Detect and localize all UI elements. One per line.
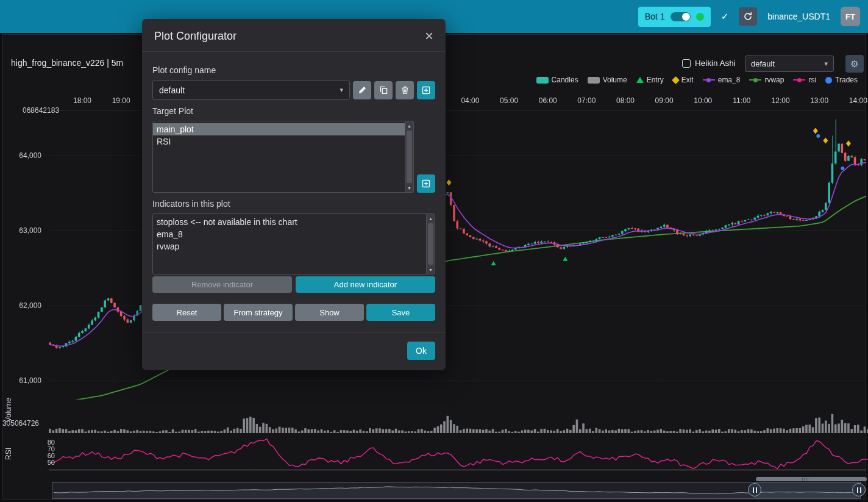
trades-legend-icon bbox=[825, 77, 832, 84]
legend-item-rvwap[interactable]: rvwap bbox=[749, 76, 784, 84]
rsi-pane-label: RSI bbox=[4, 448, 13, 460]
legend-label: ema_8 bbox=[718, 76, 741, 84]
list-item[interactable]: ema_8 bbox=[153, 228, 426, 240]
legend-item-entry[interactable]: Entry bbox=[636, 76, 664, 84]
y-axis-label: 63,000 bbox=[0, 226, 41, 235]
plus-square-icon bbox=[422, 179, 430, 188]
add-plot-button[interactable] bbox=[417, 174, 435, 193]
rsi-legend-icon bbox=[793, 77, 805, 84]
remove-indicator-button[interactable]: Remove indicator bbox=[152, 276, 292, 293]
y-axis-label: 61,000 bbox=[0, 376, 41, 385]
plot-configurator-gear-button[interactable]: ⚙ bbox=[845, 55, 864, 73]
legend-item-trades[interactable]: Trades bbox=[825, 76, 858, 84]
x-axis-label: 13:00 bbox=[810, 96, 828, 105]
add-new-indicator-button[interactable]: Add new indicator bbox=[296, 276, 435, 293]
datazoom-handle-left[interactable] bbox=[748, 483, 761, 497]
bot-toggle[interactable] bbox=[671, 12, 691, 21]
reset-button[interactable]: Reset bbox=[152, 304, 221, 321]
volume-pane-label: Volume bbox=[4, 398, 13, 422]
plot-config-name-value: default bbox=[159, 85, 185, 95]
pause-icon bbox=[857, 487, 858, 493]
x-axis-label: 19:00 bbox=[112, 96, 130, 105]
ft-logo[interactable]: FT bbox=[841, 7, 860, 26]
close-icon[interactable]: × bbox=[425, 29, 433, 43]
chart-legend: CandlesVolumeEntryExitema_8rvwaprsiTrade… bbox=[536, 76, 858, 84]
show-button[interactable]: Show bbox=[295, 304, 364, 321]
x-axis-label: 11:00 bbox=[733, 96, 750, 105]
scroll-up-icon[interactable]: ▲ bbox=[405, 121, 413, 130]
rsi-axis-label: 50 bbox=[37, 459, 55, 466]
candles-legend-icon bbox=[536, 77, 549, 84]
y-axis-label: 62,000 bbox=[0, 301, 41, 310]
add-config-button[interactable] bbox=[417, 81, 435, 99]
from-strategy-button[interactable]: From strategy bbox=[224, 304, 293, 321]
bot-selector[interactable]: Bot 1 bbox=[638, 7, 711, 27]
legend-label: Trades bbox=[835, 76, 858, 84]
chart-title: high_frog_binance_v226 | 5m bbox=[11, 58, 123, 68]
copy-icon bbox=[380, 86, 388, 94]
refresh-button[interactable] bbox=[739, 7, 757, 26]
pause-icon bbox=[860, 487, 861, 493]
pencil-icon bbox=[358, 86, 366, 94]
trash-icon bbox=[401, 86, 409, 94]
plot-configurator-modal: Plot Configurator × Plot config name def… bbox=[142, 19, 446, 370]
legend-item-exit[interactable]: Exit bbox=[673, 76, 694, 84]
y-axis-label: 64,000 bbox=[0, 151, 41, 160]
chevron-down-icon: ▾ bbox=[824, 60, 828, 68]
list-item[interactable]: main_plot bbox=[153, 123, 405, 135]
scroll-down-icon[interactable]: ▼ bbox=[427, 265, 435, 274]
scrollbar-thumb[interactable] bbox=[407, 131, 412, 183]
scroll-up-icon[interactable]: ▲ bbox=[427, 214, 435, 223]
x-axis-label: 05:00 bbox=[500, 96, 518, 105]
ok-button[interactable]: Ok bbox=[407, 342, 435, 360]
x-axis-label: 04:00 bbox=[461, 96, 479, 105]
scrollbar-thumb[interactable] bbox=[428, 223, 433, 265]
y-axis-label: 068642183 bbox=[23, 106, 59, 115]
legend-item-rsi[interactable]: rsi bbox=[793, 76, 816, 84]
check-icon: ✓ bbox=[721, 11, 729, 22]
legend-label: Candles bbox=[552, 76, 578, 84]
delete-config-button[interactable] bbox=[396, 81, 414, 99]
x-axis-label: 10:00 bbox=[694, 96, 712, 105]
entry-legend-icon bbox=[636, 77, 644, 83]
pause-icon bbox=[756, 487, 757, 493]
modal-title: Plot Configurator bbox=[154, 30, 237, 43]
list-item[interactable]: RSI bbox=[153, 135, 405, 148]
duplicate-config-button[interactable] bbox=[374, 81, 393, 99]
plot-config-name-select[interactable]: default ▾ bbox=[152, 80, 350, 100]
horizontal-scrollbar[interactable] bbox=[756, 477, 867, 481]
legend-item-volume[interactable]: Volume bbox=[588, 76, 627, 84]
gear-icon: ⚙ bbox=[850, 59, 858, 70]
plus-square-icon bbox=[422, 86, 430, 95]
pause-icon bbox=[753, 487, 754, 493]
save-button[interactable]: Save bbox=[366, 304, 435, 321]
legend-item-candles[interactable]: Candles bbox=[536, 76, 578, 84]
target-plot-listbox: main_plotRSI ▲ ▼ bbox=[152, 121, 414, 193]
chevron-down-icon: ▾ bbox=[340, 86, 343, 94]
scroll-down-icon[interactable]: ▼ bbox=[405, 184, 413, 192]
heikin-ashi-label: Heikin Ashi bbox=[695, 59, 736, 68]
x-axis-label: 06:00 bbox=[539, 96, 557, 105]
volume-legend-icon bbox=[588, 77, 600, 84]
target-plot-label: Target Plot bbox=[152, 106, 435, 116]
list-item[interactable]: stoploss <-- not available in this chart bbox=[153, 216, 426, 228]
x-axis-label: 07:00 bbox=[577, 96, 596, 105]
scrollbar[interactable]: ▲ ▼ bbox=[405, 121, 413, 192]
online-status-dot bbox=[696, 13, 704, 21]
legend-item-ema_8[interactable]: ema_8 bbox=[703, 76, 741, 84]
plot-config-dropdown[interactable]: default ▾ bbox=[745, 56, 834, 72]
scrollbar-grip-icon bbox=[802, 478, 809, 481]
x-axis-label: 09:00 bbox=[655, 96, 674, 105]
list-item[interactable]: rvwap bbox=[153, 240, 426, 253]
bot-label: Bot 1 bbox=[645, 12, 665, 21]
heikin-ashi-checkbox[interactable] bbox=[682, 59, 691, 68]
bot-name: binance_USDT1 bbox=[767, 12, 830, 21]
datazoom-handle-right[interactable] bbox=[852, 483, 866, 497]
refresh-icon bbox=[743, 12, 753, 21]
plot-config-name-label: Plot config name bbox=[152, 65, 435, 75]
edit-config-button[interactable] bbox=[353, 81, 371, 99]
scrollbar[interactable]: ▲ ▼ bbox=[426, 214, 435, 274]
legend-label: Volume bbox=[603, 76, 627, 84]
legend-label: rsi bbox=[808, 76, 816, 84]
legend-label: Exit bbox=[681, 76, 694, 84]
